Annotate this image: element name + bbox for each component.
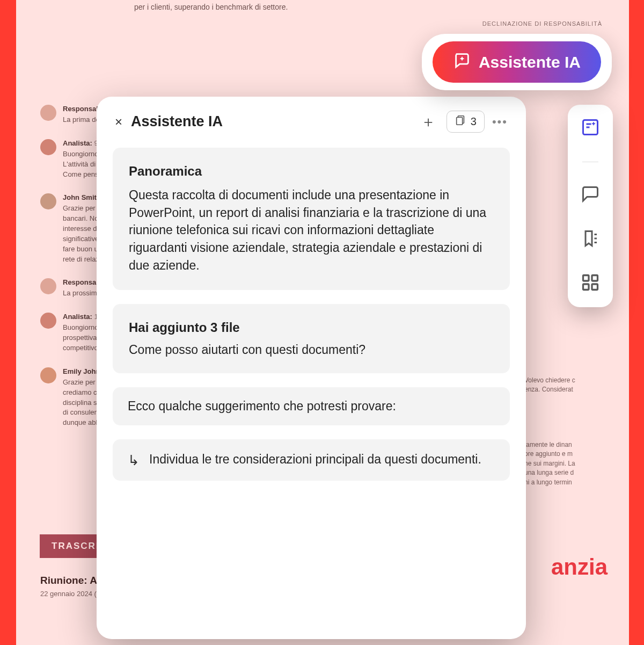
overview-title: Panoramica [129, 164, 494, 179]
ai-assistant-panel: × Assistente IA ＋ 3 ••• Panoram [97, 97, 526, 639]
svg-rect-6 [456, 118, 462, 125]
panel-body: Panoramica Questa raccolta di documenti … [97, 142, 526, 481]
rail-apps-button[interactable] [580, 273, 601, 294]
svg-rect-4 [592, 284, 598, 290]
avatar [40, 313, 56, 329]
rail-comment-button[interactable] [580, 185, 601, 206]
files-added-title: Hai aggiunto 3 file [129, 320, 494, 335]
speaker-label: Analista: [63, 313, 92, 321]
bg-right-fragment: tamente le dinan ore aggiunto e m ne sui… [524, 440, 610, 487]
files-added-card: Hai aggiunto 3 file Come posso aiutarti … [113, 304, 510, 373]
documents-icon [455, 114, 466, 129]
suggestions-intro: Ecco qualche suggerimento che potresti p… [113, 387, 510, 425]
more-icon: ••• [492, 115, 508, 128]
avatar [40, 367, 56, 383]
suggestion-text: Individua le tre considerazioni principa… [149, 451, 481, 468]
arrow-return-icon: ↳ [128, 452, 140, 469]
files-added-text: Come posso aiutarti con questi documenti… [129, 343, 494, 357]
close-icon: × [115, 114, 122, 129]
new-chat-button[interactable]: ＋ [418, 111, 439, 133]
more-menu-button[interactable]: ••• [492, 115, 508, 129]
brand-fragment: anzia [551, 554, 608, 580]
bookmark-list-icon [581, 229, 600, 250]
close-button[interactable]: × [115, 114, 122, 129]
bg-top-text: per i clienti, superando i benchmark di … [134, 3, 288, 11]
ai-assistant-launcher-label: Assistente IA [479, 53, 581, 71]
chat-sparkle-icon [453, 51, 471, 73]
comment-icon [581, 185, 600, 206]
avatar [40, 278, 56, 294]
svg-rect-1 [583, 276, 589, 281]
suggestion-item[interactable]: ↳ Individua le tre considerazioni princi… [113, 439, 510, 481]
sparkle-note-icon [581, 118, 600, 139]
rail-bookmark-button[interactable] [580, 229, 601, 250]
header-actions: ＋ 3 ••• [418, 111, 508, 133]
right-toolbar [568, 105, 613, 307]
ai-assistant-launcher-button[interactable]: Assistente IA [433, 41, 601, 83]
speaker-label: Analista: [63, 139, 92, 147]
svg-rect-3 [583, 284, 589, 290]
attached-files-button[interactable]: 3 [447, 111, 485, 133]
ai-assistant-launcher-wrap: Assistente IA [422, 34, 612, 90]
svg-rect-2 [592, 276, 598, 281]
rail-separator [582, 162, 598, 162]
rail-ai-assistant-button[interactable] [580, 118, 601, 139]
file-count: 3 [471, 115, 477, 128]
grid-icon [581, 273, 600, 294]
plus-icon: ＋ [421, 112, 436, 132]
panel-title: Assistente IA [131, 113, 409, 130]
svg-rect-0 [583, 120, 598, 135]
panel-header: × Assistente IA ＋ 3 ••• [97, 97, 526, 142]
avatar [40, 193, 56, 209]
overview-text: Questa raccolta di documenti include una… [129, 186, 494, 274]
bg-disclaimer-heading: DECLINAZIONE DI RESPONSABILITÀ [482, 20, 602, 27]
overview-card: Panoramica Questa raccolta di documenti … [113, 148, 510, 290]
avatar [40, 139, 56, 155]
avatar [40, 105, 56, 121]
bg-right-fragment: Volevo chiedere c enza. Considerat [524, 376, 610, 395]
